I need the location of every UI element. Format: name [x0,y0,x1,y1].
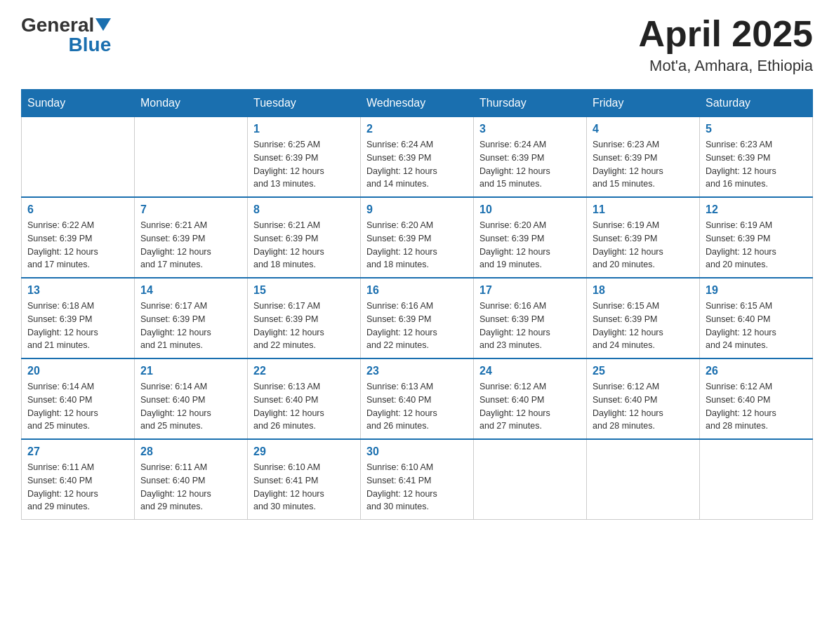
calendar-cell: 11Sunrise: 6:19 AM Sunset: 6:39 PM Dayli… [587,197,700,278]
day-number: 28 [140,445,241,458]
day-info: Sunrise: 6:13 AM Sunset: 6:40 PM Dayligh… [366,380,468,433]
day-info: Sunrise: 6:13 AM Sunset: 6:40 PM Dayligh… [253,380,355,433]
calendar-cell: 30Sunrise: 6:10 AM Sunset: 6:41 PM Dayli… [361,439,474,520]
day-number: 21 [140,365,241,377]
day-info: Sunrise: 6:14 AM Sunset: 6:40 PM Dayligh… [140,380,241,433]
calendar-cell: 16Sunrise: 6:16 AM Sunset: 6:39 PM Dayli… [361,278,474,358]
day-info: Sunrise: 6:19 AM Sunset: 6:39 PM Dayligh… [706,219,807,271]
day-number: 22 [253,365,355,377]
calendar-cell: 29Sunrise: 6:10 AM Sunset: 6:41 PM Dayli… [248,439,361,520]
calendar-cell: 18Sunrise: 6:15 AM Sunset: 6:39 PM Dayli… [587,278,700,358]
calendar-week-row: 13Sunrise: 6:18 AM Sunset: 6:39 PM Dayli… [22,278,813,358]
calendar-cell: 21Sunrise: 6:14 AM Sunset: 6:40 PM Dayli… [135,358,248,439]
day-number: 5 [706,123,807,135]
calendar-week-row: 27Sunrise: 6:11 AM Sunset: 6:40 PM Dayli… [22,439,813,520]
day-info: Sunrise: 6:20 AM Sunset: 6:39 PM Dayligh… [479,219,581,271]
day-info: Sunrise: 6:11 AM Sunset: 6:40 PM Dayligh… [140,461,241,514]
day-info: Sunrise: 6:17 AM Sunset: 6:39 PM Dayligh… [140,300,241,352]
day-info: Sunrise: 6:15 AM Sunset: 6:39 PM Dayligh… [593,300,694,352]
calendar-cell: 1Sunrise: 6:25 AM Sunset: 6:39 PM Daylig… [248,117,361,198]
calendar-cell: 5Sunrise: 6:23 AM Sunset: 6:39 PM Daylig… [700,117,813,198]
day-number: 4 [593,123,694,135]
calendar-table: SundayMondayTuesdayWednesdayThursdayFrid… [21,89,813,520]
day-number: 8 [253,203,355,216]
logo-blue: Blue [69,34,112,56]
day-number: 20 [27,365,128,377]
day-info: Sunrise: 6:10 AM Sunset: 6:41 PM Dayligh… [253,461,355,514]
calendar-cell: 22Sunrise: 6:13 AM Sunset: 6:40 PM Dayli… [248,358,361,439]
day-info: Sunrise: 6:25 AM Sunset: 6:39 PM Dayligh… [253,138,355,191]
day-info: Sunrise: 6:12 AM Sunset: 6:40 PM Dayligh… [479,380,581,433]
calendar-cell: 6Sunrise: 6:22 AM Sunset: 6:39 PM Daylig… [22,197,135,278]
calendar-cell: 19Sunrise: 6:15 AM Sunset: 6:40 PM Dayli… [700,278,813,358]
calendar-cell [700,439,813,520]
day-number: 19 [706,284,807,297]
calendar-cell: 15Sunrise: 6:17 AM Sunset: 6:39 PM Dayli… [248,278,361,358]
day-number: 10 [479,203,581,216]
day-info: Sunrise: 6:20 AM Sunset: 6:39 PM Dayligh… [366,219,468,271]
calendar-cell: 7Sunrise: 6:21 AM Sunset: 6:39 PM Daylig… [135,197,248,278]
calendar-subtitle: Mot'a, Amhara, Ethiopia [638,57,813,75]
day-number: 12 [706,203,807,216]
day-info: Sunrise: 6:12 AM Sunset: 6:40 PM Dayligh… [706,380,807,433]
page-header: General Blue April 2025 Mot'a, Amhara, E… [21,14,813,75]
day-number: 18 [593,284,694,297]
calendar-cell: 3Sunrise: 6:24 AM Sunset: 6:39 PM Daylig… [474,117,587,198]
calendar-cell: 4Sunrise: 6:23 AM Sunset: 6:39 PM Daylig… [587,117,700,198]
day-info: Sunrise: 6:19 AM Sunset: 6:39 PM Dayligh… [593,219,694,271]
calendar-week-row: 1Sunrise: 6:25 AM Sunset: 6:39 PM Daylig… [22,117,813,198]
day-number: 15 [253,284,355,297]
calendar-cell [135,117,248,198]
day-number: 25 [593,365,694,377]
calendar-header-row: SundayMondayTuesdayWednesdayThursdayFrid… [22,90,813,117]
calendar-cell [587,439,700,520]
calendar-week-row: 6Sunrise: 6:22 AM Sunset: 6:39 PM Daylig… [22,197,813,278]
day-info: Sunrise: 6:24 AM Sunset: 6:39 PM Dayligh… [366,138,468,191]
day-number: 2 [366,123,468,135]
day-number: 23 [366,365,468,377]
column-header-tuesday: Tuesday [248,90,361,117]
day-number: 29 [253,445,355,458]
day-info: Sunrise: 6:15 AM Sunset: 6:40 PM Dayligh… [706,300,807,352]
calendar-week-row: 20Sunrise: 6:14 AM Sunset: 6:40 PM Dayli… [22,358,813,439]
calendar-cell: 20Sunrise: 6:14 AM Sunset: 6:40 PM Dayli… [22,358,135,439]
day-info: Sunrise: 6:16 AM Sunset: 6:39 PM Dayligh… [479,300,581,352]
calendar-cell: 14Sunrise: 6:17 AM Sunset: 6:39 PM Dayli… [135,278,248,358]
day-number: 7 [140,203,241,216]
day-number: 6 [27,203,128,216]
calendar-cell: 8Sunrise: 6:21 AM Sunset: 6:39 PM Daylig… [248,197,361,278]
calendar-cell: 2Sunrise: 6:24 AM Sunset: 6:39 PM Daylig… [361,117,474,198]
day-info: Sunrise: 6:14 AM Sunset: 6:40 PM Dayligh… [27,380,128,433]
calendar-cell: 24Sunrise: 6:12 AM Sunset: 6:40 PM Dayli… [474,358,587,439]
day-info: Sunrise: 6:24 AM Sunset: 6:39 PM Dayligh… [479,138,581,191]
day-info: Sunrise: 6:21 AM Sunset: 6:39 PM Dayligh… [140,219,241,271]
calendar-cell [474,439,587,520]
day-number: 26 [706,365,807,377]
day-info: Sunrise: 6:22 AM Sunset: 6:39 PM Dayligh… [27,219,128,271]
calendar-cell: 17Sunrise: 6:16 AM Sunset: 6:39 PM Dayli… [474,278,587,358]
calendar-cell: 25Sunrise: 6:12 AM Sunset: 6:40 PM Dayli… [587,358,700,439]
day-info: Sunrise: 6:23 AM Sunset: 6:39 PM Dayligh… [593,138,694,191]
column-header-saturday: Saturday [700,90,813,117]
day-number: 17 [479,284,581,297]
calendar-cell: 27Sunrise: 6:11 AM Sunset: 6:40 PM Dayli… [22,439,135,520]
day-number: 9 [366,203,468,216]
column-header-wednesday: Wednesday [361,90,474,117]
title-area: April 2025 Mot'a, Amhara, Ethiopia [638,14,813,75]
day-info: Sunrise: 6:11 AM Sunset: 6:40 PM Dayligh… [27,461,128,514]
day-number: 14 [140,284,241,297]
column-header-sunday: Sunday [22,90,135,117]
calendar-cell: 10Sunrise: 6:20 AM Sunset: 6:39 PM Dayli… [474,197,587,278]
logo: General Blue [21,14,111,56]
day-number: 24 [479,365,581,377]
day-info: Sunrise: 6:21 AM Sunset: 6:39 PM Dayligh… [253,219,355,271]
day-info: Sunrise: 6:12 AM Sunset: 6:40 PM Dayligh… [593,380,694,433]
calendar-cell: 26Sunrise: 6:12 AM Sunset: 6:40 PM Dayli… [700,358,813,439]
day-number: 16 [366,284,468,297]
day-info: Sunrise: 6:16 AM Sunset: 6:39 PM Dayligh… [366,300,468,352]
day-number: 1 [253,123,355,135]
day-info: Sunrise: 6:18 AM Sunset: 6:39 PM Dayligh… [27,300,128,352]
column-header-thursday: Thursday [474,90,587,117]
day-info: Sunrise: 6:17 AM Sunset: 6:39 PM Dayligh… [253,300,355,352]
calendar-title: April 2025 [638,14,813,54]
